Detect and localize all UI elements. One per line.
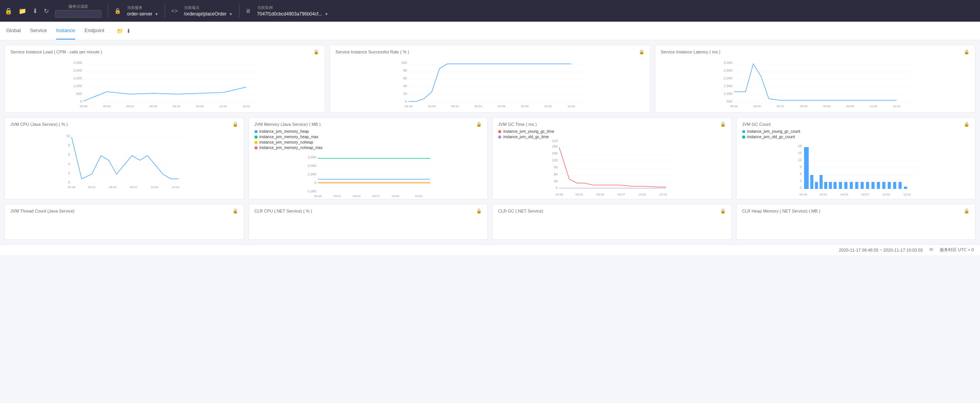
- dashboard-row-2: JVM CPU (Java Service) ( % ) 🔒 0 2 4 6 8…: [5, 117, 975, 199]
- svg-text:60: 60: [403, 76, 407, 80]
- endpoint-dropdown-arrow: ▼: [229, 12, 233, 16]
- download-icon[interactable]: ⬇: [33, 7, 38, 15]
- svg-text:60: 60: [554, 172, 558, 176]
- svg-rect-137: [829, 182, 832, 189]
- lock-icon-jvm-thread[interactable]: 🔒: [232, 208, 238, 214]
- legend-label-heap: instance_jvm_memory_heap: [260, 129, 309, 134]
- refresh-icon[interactable]: ↻: [44, 7, 49, 15]
- tab-service[interactable]: Service: [30, 22, 47, 39]
- chart-svg-jvm-gc-count: 0 3 6 9 12 15 18: [742, 141, 970, 191]
- svg-text:09:50: 09:50: [428, 105, 436, 108]
- svg-text:12: 12: [798, 158, 801, 162]
- svg-text:09:52: 09:52: [126, 105, 134, 108]
- svg-text:40: 40: [403, 84, 407, 88]
- svg-text:0: 0: [556, 186, 558, 190]
- svg-text:09:54: 09:54: [799, 105, 808, 108]
- tab-global[interactable]: Global: [6, 22, 21, 39]
- legend-label-heap-max: instance_jvm_memory_heap_max: [260, 135, 318, 139]
- lock-icon-clr-cpu[interactable]: 🔒: [476, 208, 482, 214]
- svg-rect-142: [855, 182, 858, 189]
- timezone-value: 服务时区 UTC + 0: [940, 247, 974, 253]
- svg-rect-145: [871, 182, 874, 189]
- chart-title-jvm-memory: JVM Memory (Java Service) ( MB ): [254, 122, 321, 127]
- legend-dot-young-gc-count: [742, 130, 745, 133]
- svg-text:10:03: 10:03: [172, 185, 180, 189]
- chart-title-jvm-gc-time: JVM GC Time ( ms ): [498, 122, 537, 127]
- svg-text:09:56: 09:56: [173, 105, 181, 108]
- svg-text:09:48: 09:48: [68, 185, 76, 189]
- jvm-gc-time-legend: instance_jvm_young_gc_time instance_jvm_…: [498, 129, 726, 139]
- dashboard: Service Instance Load ( CPM - calls per …: [0, 40, 980, 244]
- svg-text:1,500: 1,500: [724, 84, 732, 88]
- current-endpoint-group: 当前端点 /orderapi/placeOrder ▼: [184, 5, 233, 17]
- chart-jvm-gc-time: JVM GC Time ( ms ) 🔒 instance_jvm_young_…: [492, 117, 732, 199]
- svg-rect-133: [810, 175, 813, 189]
- legend-dot-old-gc-count: [742, 135, 745, 139]
- current-instance-group: 当前实例 7047f1d0cbcd4903a796b04cf... ▼: [257, 5, 328, 17]
- divider-1: [108, 4, 108, 18]
- current-service-value: order-server: [127, 11, 152, 17]
- svg-text:09:48: 09:48: [80, 105, 88, 108]
- current-endpoint-select[interactable]: /orderapi/placeOrder ▼: [184, 11, 233, 17]
- lock-icon-clr-gc[interactable]: 🔒: [720, 208, 726, 214]
- svg-text:10:03: 10:03: [659, 193, 667, 196]
- svg-text:09:57: 09:57: [617, 193, 626, 196]
- lock-icon-jvm-cpu[interactable]: 🔒: [232, 122, 238, 127]
- svg-text:09:51: 09:51: [819, 193, 827, 196]
- legend-item-old-gc-count: instance_jvm_old_gc_count: [742, 135, 970, 139]
- svg-text:10:00: 10:00: [882, 193, 890, 196]
- lock-icon-jvm-memory[interactable]: 🔒: [476, 122, 482, 127]
- svg-text:09:48: 09:48: [555, 193, 564, 196]
- svg-text:-1,000: -1,000: [306, 189, 316, 193]
- svg-text:20: 20: [403, 92, 407, 96]
- lock-icon-rate[interactable]: 🔒: [639, 49, 645, 55]
- svg-text:1,500: 1,500: [73, 76, 82, 80]
- folder-tab-icon[interactable]: 📁: [117, 28, 123, 34]
- svg-text:2,500: 2,500: [73, 61, 82, 65]
- svg-text:10:00: 10:00: [544, 105, 552, 108]
- chart-title-clr-heap: CLR Heap Memory (.NET Service) ( MB ): [742, 209, 820, 213]
- svg-text:2: 2: [68, 171, 70, 175]
- svg-text:15: 15: [798, 151, 801, 155]
- svg-text:0: 0: [314, 181, 316, 185]
- time-range: 2020-11-17 09:48:55 ~ 2020-11-17 10:03:5…: [839, 248, 923, 252]
- svg-text:10:03: 10:03: [903, 193, 911, 196]
- legend-label-noheap-max: instance_jvm_memory_noheap_max: [260, 146, 323, 150]
- svg-text:10:00: 10:00: [869, 105, 877, 108]
- tab-endpoint[interactable]: Endpoint: [84, 22, 104, 39]
- folder-icon[interactable]: 📁: [19, 7, 26, 15]
- svg-text:09:54: 09:54: [150, 105, 158, 108]
- legend-item-noheap-max: instance_jvm_memory_noheap_max: [254, 146, 482, 150]
- legend-label-young-gc-count: instance_jvm_young_gc_count: [747, 129, 800, 134]
- chart-title-rate: Service Instance Successful Rate ( % ): [335, 50, 409, 54]
- chart-clr-gc: CLR GC (.NET Service) 🔒: [492, 204, 732, 240]
- svg-text:210: 210: [552, 139, 558, 143]
- instance-dropdown-arrow: ▼: [325, 12, 328, 16]
- download-tab-icon[interactable]: ⬇: [126, 28, 131, 34]
- svg-text:09:48: 09:48: [405, 105, 413, 108]
- lock-icon-jvm-gc-count[interactable]: 🔒: [964, 122, 970, 127]
- svg-rect-134: [815, 182, 818, 189]
- current-endpoint-value: /orderapi/placeOrder: [184, 11, 227, 17]
- lock-icon-jvm-gc-time[interactable]: 🔒: [720, 122, 726, 127]
- chart-jvm-cpu: JVM CPU (Java Service) ( % ) 🔒 0 2 4 6 8…: [5, 117, 244, 199]
- lock-icon[interactable]: 🔒: [5, 7, 12, 15]
- svg-text:120: 120: [552, 158, 558, 162]
- current-instance-select[interactable]: 7047f1d0cbcd4903a796b04cf... ▼: [257, 11, 328, 17]
- nav-tabs: Global Service Instance Endpoint 📁 ⬇: [0, 22, 980, 40]
- lock-icon-load[interactable]: 🔒: [313, 49, 319, 55]
- tab-instance[interactable]: Instance: [56, 22, 75, 39]
- svg-text:2,000: 2,000: [73, 69, 82, 72]
- svg-text:09:57: 09:57: [861, 193, 869, 196]
- lock-icon-latency[interactable]: 🔒: [964, 49, 970, 55]
- endpoint-icon: <>: [171, 8, 177, 14]
- jvm-gc-count-legend: instance_jvm_young_gc_count instance_jvm…: [742, 129, 970, 139]
- current-service-select[interactable]: order-server ▼: [127, 11, 158, 17]
- lock-icon-clr-heap[interactable]: 🔒: [964, 208, 970, 214]
- service-filter-input[interactable]: [55, 10, 101, 18]
- svg-text:1,000: 1,000: [724, 92, 732, 96]
- dashboard-row-1: Service Instance Load ( CPM - calls per …: [5, 45, 975, 113]
- chart-title-latency: Service Instance Latency ( ms ): [661, 50, 720, 54]
- legend-item-heap-max: instance_jvm_memory_heap_max: [254, 135, 482, 139]
- timezone-label: 中: [929, 247, 934, 253]
